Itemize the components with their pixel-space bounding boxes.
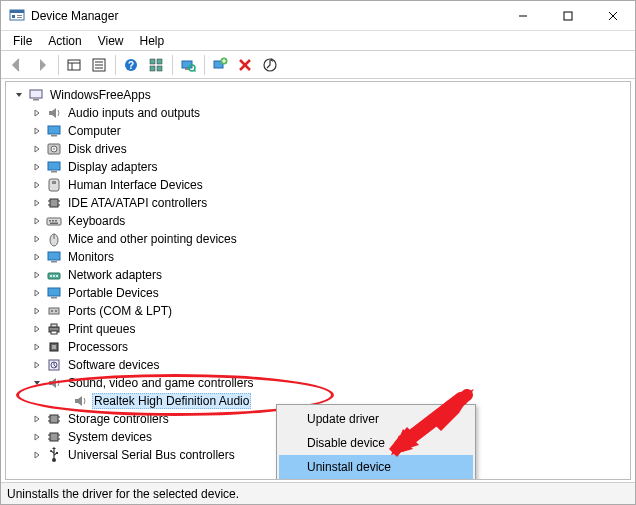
tree-category[interactable]: Disk drives <box>8 140 630 158</box>
node-label: Display adapters <box>66 159 159 175</box>
uninstall-button[interactable] <box>233 54 257 76</box>
svg-rect-51 <box>52 220 54 222</box>
show-hidden-button[interactable] <box>62 54 86 76</box>
expand-icon[interactable] <box>30 412 44 426</box>
expand-icon[interactable] <box>30 160 44 174</box>
expand-icon[interactable] <box>30 178 44 192</box>
svg-rect-41 <box>51 171 57 173</box>
node-label: Software devices <box>66 357 161 373</box>
node-label: System devices <box>66 429 154 445</box>
svg-rect-21 <box>157 66 162 71</box>
tree-category[interactable]: Print queues <box>8 320 630 338</box>
svg-point-60 <box>53 275 55 277</box>
tree-category[interactable]: Processors <box>8 338 630 356</box>
expand-icon[interactable] <box>30 304 44 318</box>
svg-rect-57 <box>51 261 57 263</box>
maximize-button[interactable] <box>545 1 590 31</box>
svg-rect-63 <box>51 297 57 299</box>
node-label: WindowsFreeApps <box>48 87 153 103</box>
collapse-icon[interactable] <box>12 88 26 102</box>
svg-point-86 <box>50 450 52 452</box>
tree-category[interactable]: Keyboards <box>8 212 630 230</box>
svg-line-25 <box>194 70 196 72</box>
expand-icon[interactable] <box>30 232 44 246</box>
expand-icon[interactable] <box>30 322 44 336</box>
expand-icon[interactable] <box>30 430 44 444</box>
node-label: Monitors <box>66 249 116 265</box>
scan-hardware-button[interactable] <box>176 54 200 76</box>
ctx-disable-device[interactable]: Disable device <box>279 431 473 455</box>
back-button[interactable] <box>5 54 29 76</box>
cpu-icon <box>46 339 62 355</box>
tile-button[interactable] <box>144 54 168 76</box>
expand-icon[interactable] <box>30 196 44 210</box>
svg-rect-71 <box>52 345 56 349</box>
titlebar: Device Manager <box>1 1 635 31</box>
software-icon <box>46 357 62 373</box>
collapse-icon[interactable] <box>30 376 44 390</box>
tree-category[interactable]: Network adapters <box>8 266 630 284</box>
device-tree[interactable]: WindowsFreeAppsAudio inputs and outputsC… <box>5 81 631 480</box>
svg-rect-2 <box>12 15 15 18</box>
expand-icon[interactable] <box>30 124 44 138</box>
node-label: Universal Serial Bus controllers <box>66 447 237 463</box>
network-icon <box>46 267 62 283</box>
expand-icon[interactable] <box>30 286 44 300</box>
tree-category[interactable]: Audio inputs and outputs <box>8 104 630 122</box>
tree-category[interactable]: Mice and other pointing devices <box>8 230 630 248</box>
node-label: Disk drives <box>66 141 129 157</box>
tree-category[interactable]: Human Interface Devices <box>8 176 630 194</box>
menu-help[interactable]: Help <box>132 32 173 50</box>
svg-rect-64 <box>49 308 59 314</box>
tree-category[interactable]: Display adapters <box>8 158 630 176</box>
expand-icon[interactable] <box>30 142 44 156</box>
svg-rect-3 <box>17 15 22 16</box>
menu-view[interactable]: View <box>90 32 132 50</box>
tree-category[interactable]: Ports (COM & LPT) <box>8 302 630 320</box>
expand-icon[interactable] <box>30 268 44 282</box>
window-controls <box>500 1 635 31</box>
expand-icon[interactable] <box>30 340 44 354</box>
status-text: Uninstalls the driver for the selected d… <box>7 487 239 501</box>
chip-icon <box>46 429 62 445</box>
svg-rect-4 <box>17 17 22 18</box>
svg-rect-19 <box>157 59 162 64</box>
ctx-update-driver[interactable]: Update driver <box>279 407 473 431</box>
chip-icon <box>46 411 62 427</box>
speaker-icon <box>72 393 88 409</box>
expand-icon[interactable] <box>30 358 44 372</box>
expand-icon[interactable] <box>30 106 44 120</box>
monitor-icon <box>46 123 62 139</box>
menu-action[interactable]: Action <box>40 32 89 50</box>
help-button[interactable]: ? <box>119 54 143 76</box>
close-button[interactable] <box>590 1 635 31</box>
expand-icon[interactable] <box>30 250 44 264</box>
node-label: Mice and other pointing devices <box>66 231 239 247</box>
svg-rect-68 <box>51 324 57 327</box>
toolbar: ? <box>1 51 635 79</box>
svg-rect-22 <box>182 61 192 68</box>
tree-category[interactable]: Portable Devices <box>8 284 630 302</box>
update-driver-button[interactable] <box>258 54 282 76</box>
keyboard-icon <box>46 213 62 229</box>
menu-file[interactable]: File <box>5 32 40 50</box>
properties-button[interactable] <box>87 54 111 76</box>
minimize-button[interactable] <box>500 1 545 31</box>
tree-category[interactable]: IDE ATA/ATAPI controllers <box>8 194 630 212</box>
svg-rect-69 <box>51 331 57 334</box>
tree-category-sound[interactable]: Sound, video and game controllers <box>8 374 630 392</box>
toolbar-separator <box>58 55 59 75</box>
toolbar-separator <box>172 55 173 75</box>
tree-category[interactable]: Computer <box>8 122 630 140</box>
tree-root[interactable]: WindowsFreeApps <box>8 86 630 104</box>
expander-none <box>56 394 70 408</box>
svg-rect-36 <box>51 135 57 137</box>
node-label: IDE ATA/ATAPI controllers <box>66 195 209 211</box>
ctx-uninstall-device[interactable]: Uninstall device <box>279 455 473 479</box>
forward-button[interactable] <box>30 54 54 76</box>
expand-icon[interactable] <box>30 448 44 462</box>
add-legacy-button[interactable] <box>208 54 232 76</box>
tree-category[interactable]: Monitors <box>8 248 630 266</box>
expand-icon[interactable] <box>30 214 44 228</box>
tree-category[interactable]: Software devices <box>8 356 630 374</box>
